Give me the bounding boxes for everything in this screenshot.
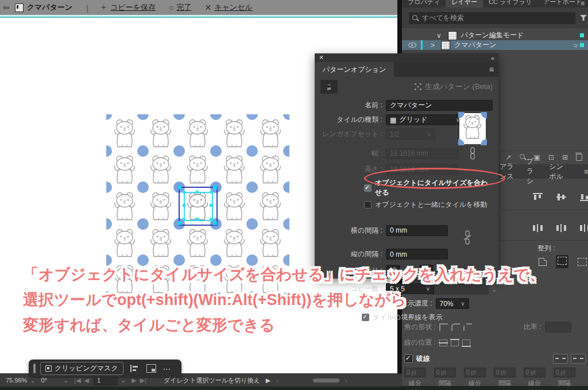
layer-row-kuma-pattern[interactable]: > クマパターン ○ bbox=[402, 40, 588, 50]
unlink-spacing-icon[interactable] bbox=[463, 230, 472, 245]
show-tile-edge-checkbox[interactable] bbox=[362, 314, 369, 321]
align-icon[interactable] bbox=[130, 365, 140, 372]
bear-motif[interactable] bbox=[112, 228, 137, 259]
bear-motif[interactable] bbox=[222, 191, 247, 222]
link-dimensions-icon[interactable] bbox=[469, 146, 477, 160]
delete-layer-icon[interactable] bbox=[576, 154, 582, 161]
distribute-left-icon[interactable] bbox=[533, 224, 543, 232]
selection-handle[interactable] bbox=[210, 218, 212, 221]
scroll-right-icon[interactable]: › bbox=[345, 377, 347, 384]
fit-tile-checkbox[interactable] bbox=[364, 184, 372, 192]
align-top-icon[interactable] bbox=[533, 193, 543, 201]
tab-layers[interactable]: レイヤー bbox=[446, 0, 483, 7]
bear-motif[interactable] bbox=[148, 191, 173, 222]
filter-icon[interactable] bbox=[580, 15, 587, 21]
bear-motif[interactable] bbox=[112, 155, 137, 186]
dash-field[interactable]: 0 pt bbox=[524, 368, 546, 377]
corner-round-icon[interactable] bbox=[451, 323, 460, 331]
selection-handle[interactable] bbox=[196, 191, 199, 194]
rotation-value[interactable]: 0° bbox=[41, 377, 48, 384]
save-copy-button[interactable]: コピーを保存 bbox=[110, 2, 156, 13]
dashed-line-checkbox[interactable] bbox=[404, 354, 413, 363]
selection-handle[interactable] bbox=[213, 221, 217, 225]
corner-miter-icon[interactable] bbox=[439, 323, 448, 331]
stroke-center-icon[interactable] bbox=[439, 339, 447, 346]
bear-motif[interactable] bbox=[112, 118, 137, 149]
bear-motif[interactable] bbox=[185, 155, 210, 186]
distribute-right-icon[interactable] bbox=[580, 224, 588, 232]
zoom-dropdown-icon[interactable]: ⌄ bbox=[30, 377, 35, 384]
expand-icon[interactable]: ∨ bbox=[436, 32, 442, 40]
selection-handle[interactable] bbox=[177, 186, 181, 190]
collapse-icon[interactable]: « bbox=[491, 55, 494, 61]
pattern-name-input[interactable]: クマパターン bbox=[386, 100, 493, 111]
drag-handle[interactable] bbox=[33, 364, 36, 373]
rotation-dropdown-icon[interactable]: ⌄ bbox=[63, 377, 68, 384]
layer-row-pattern-edit-mode[interactable]: ∨ パターン編集モード bbox=[402, 30, 588, 40]
scroll-left-icon[interactable]: ‹ bbox=[276, 377, 278, 384]
new-sublayer-icon[interactable]: ⊡ bbox=[548, 153, 554, 161]
move-tile-checkbox[interactable] bbox=[364, 201, 372, 208]
bear-motif[interactable] bbox=[148, 155, 173, 186]
cancel-button[interactable]: キャンセル bbox=[214, 2, 253, 13]
selection-handle[interactable] bbox=[183, 218, 185, 221]
distribute-center-icon[interactable] bbox=[556, 224, 566, 232]
selection-handle[interactable] bbox=[183, 204, 185, 207]
target-circle-icon[interactable]: ○ bbox=[574, 41, 578, 49]
ratio-field[interactable] bbox=[545, 322, 571, 333]
show-tile-edge-label[interactable]: タイルの境界線を表示 bbox=[373, 312, 442, 322]
bear-motif[interactable] bbox=[258, 228, 283, 259]
bear-motif[interactable] bbox=[222, 228, 247, 259]
align-selection-icon[interactable] bbox=[556, 255, 568, 268]
nav-last-icon[interactable]: ▶| bbox=[140, 377, 146, 384]
panel-menu-icon[interactable]: ≡ bbox=[581, 0, 585, 7]
nav-next-icon[interactable]: ▶ bbox=[131, 377, 136, 384]
align-bottom-icon[interactable] bbox=[580, 193, 588, 201]
dash-field[interactable]: 0 pt bbox=[404, 368, 426, 377]
close-icon[interactable]: ✕ bbox=[319, 54, 324, 61]
bear-motif[interactable] bbox=[222, 118, 247, 149]
bear-motif[interactable] bbox=[258, 155, 283, 186]
stroke-outside-icon[interactable] bbox=[462, 339, 470, 346]
tab-symbols[interactable]: シンボル bbox=[549, 162, 566, 182]
bear-motif[interactable] bbox=[148, 118, 173, 149]
tile-type-select[interactable]: ▦ グリッド ∨ bbox=[386, 114, 464, 125]
selection-handle[interactable] bbox=[177, 221, 181, 225]
play-icon[interactable]: ▶ bbox=[266, 377, 270, 384]
tab-cc-libraries[interactable]: CC ライブラリ bbox=[483, 0, 537, 7]
nav-first-icon[interactable]: |◀ bbox=[74, 377, 80, 384]
selection-handle[interactable] bbox=[210, 204, 212, 207]
pattern-tile-tool-button[interactable]: ▫▫ ⇄ bbox=[320, 80, 338, 94]
artboard-dropdown-icon[interactable]: ⌄ bbox=[121, 377, 126, 384]
search-input[interactable]: すべてを検索 bbox=[409, 12, 575, 24]
locate-object-icon[interactable] bbox=[520, 154, 526, 160]
selection-handle[interactable] bbox=[213, 186, 217, 190]
expand-icon[interactable]: > bbox=[431, 41, 435, 49]
dialog-menu-icon[interactable]: ≡ bbox=[489, 65, 494, 74]
stroke-inside-icon[interactable] bbox=[451, 339, 459, 346]
selection-handle[interactable] bbox=[210, 191, 212, 194]
h-gap-field[interactable]: 0 mm bbox=[386, 225, 448, 236]
horizontal-scrollbar-thumb[interactable] bbox=[313, 379, 339, 383]
gap-field[interactable]: 0 pt bbox=[494, 368, 516, 377]
bear-motif[interactable] bbox=[112, 191, 137, 222]
layer-label[interactable]: クマパターン bbox=[454, 40, 496, 50]
done-button[interactable]: 完了 bbox=[177, 2, 192, 13]
bear-motif[interactable] bbox=[185, 228, 210, 259]
clipping-mask-button[interactable]: クリッピングマスク bbox=[40, 362, 123, 375]
v-gap-field[interactable]: 0 mm bbox=[386, 249, 448, 260]
zoom-level[interactable]: 75.96% bbox=[6, 377, 27, 384]
dash-field[interactable]: 0 pt bbox=[464, 368, 486, 377]
dash-preserve-icon[interactable] bbox=[553, 354, 568, 364]
bear-motif[interactable] bbox=[258, 118, 283, 149]
bear-motif[interactable] bbox=[185, 118, 210, 149]
nav-prev-icon[interactable]: ◀ bbox=[84, 377, 89, 384]
tab-properties[interactable]: プロパティ bbox=[402, 0, 446, 7]
gap-field[interactable]: 0 pt bbox=[434, 368, 456, 377]
panel-menu-icon[interactable]: ≡ bbox=[584, 168, 588, 176]
back-arrow-icon[interactable]: ⇦ bbox=[3, 3, 10, 12]
align-key-object-icon[interactable] bbox=[578, 258, 587, 266]
bear-motif[interactable] bbox=[258, 191, 283, 222]
tab-brushes[interactable]: ブラシ bbox=[527, 157, 539, 186]
visibility-eye-icon[interactable] bbox=[408, 43, 416, 48]
